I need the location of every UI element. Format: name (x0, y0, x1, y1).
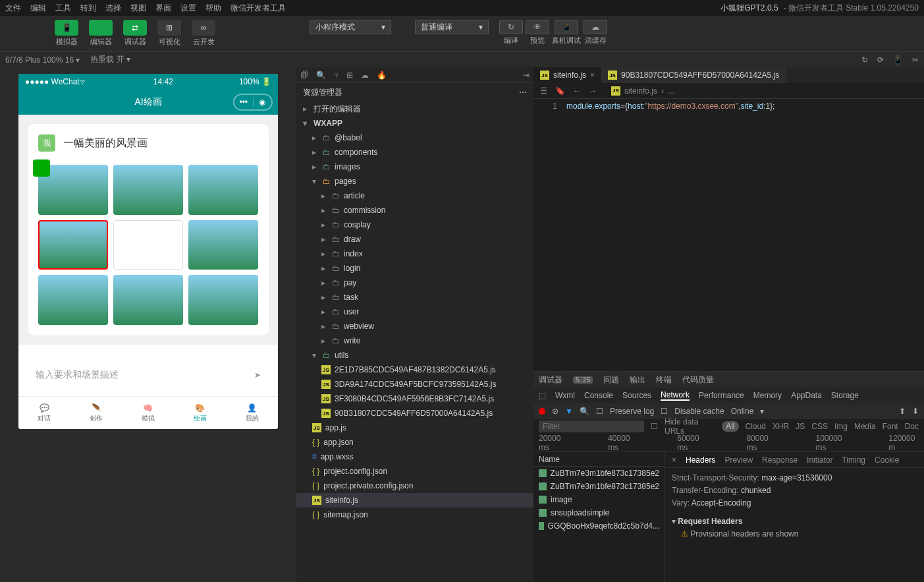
code-editor[interactable]: 1 module.exports={host:"https://demo3.cx… (533, 99, 924, 371)
devtools-tab[interactable]: Memory (753, 391, 782, 400)
files-icon[interactable]: 🗐 (300, 71, 308, 80)
menu-goto[interactable]: 转到 (80, 3, 96, 14)
more-icon[interactable]: ⋯ (519, 88, 527, 97)
toolbar-button[interactable]: 📱真机调试 (552, 20, 581, 45)
hot-reload[interactable]: 热重载 开 ▾ (90, 54, 130, 65)
detail-tab[interactable]: Preview (724, 455, 753, 465)
detail-tab[interactable]: Initiator (807, 455, 832, 465)
mode-dropdown[interactable]: 小程序模式▾ (310, 20, 391, 34)
fwd-icon[interactable]: → (589, 86, 597, 96)
rotate-icon[interactable]: ⟳ (877, 55, 884, 65)
send-icon[interactable]: ➤ (254, 370, 261, 380)
tree-item[interactable]: ▸🗀article (296, 189, 533, 203)
thumbnail[interactable] (113, 165, 183, 215)
devtools-tab[interactable]: AppData (791, 391, 822, 400)
search-icon[interactable]: 🔍 (316, 71, 326, 80)
request-item[interactable]: image (533, 493, 665, 506)
menu-edit[interactable]: 编辑 (30, 3, 46, 14)
record-icon[interactable] (539, 408, 545, 415)
devtools-tab[interactable]: Console (584, 391, 613, 400)
prompt-input[interactable]: 输入要求和场景描述 ➤ (28, 361, 269, 390)
tree-item[interactable]: JS90B31807CDC549AFF6D57000A64142A5.js (296, 406, 533, 421)
tree-item[interactable]: JS3DA9A174CDC549AF5BCFC973595142A5.js (296, 377, 533, 392)
devtools-tab[interactable]: Performance (699, 391, 744, 400)
thumbnail[interactable] (188, 220, 258, 270)
toolbar-button[interactable]: 📱模拟器 (51, 20, 82, 47)
detail-tab[interactable]: Headers (686, 455, 715, 465)
phone-tab[interactable]: 🎨绘画 (174, 397, 226, 429)
tree-item[interactable]: JSapp.js (296, 421, 533, 435)
devtools-tab[interactable]: Wxml (555, 391, 575, 400)
ext-icon[interactable]: ⊞ (346, 71, 353, 80)
thumbnail[interactable] (113, 275, 183, 325)
clear-icon[interactable]: ⊘ (552, 407, 558, 416)
detail-tab[interactable]: Response (762, 455, 798, 465)
menu-settings[interactable]: 设置 (180, 3, 196, 14)
request-item[interactable]: snsuploadsimple (533, 506, 665, 519)
phone-tab[interactable]: 🪶创作 (70, 397, 122, 429)
thumbnail[interactable] (188, 165, 258, 215)
menu-view[interactable]: 视图 (130, 3, 146, 14)
tree-item[interactable]: JSsiteinfo.js (296, 493, 533, 508)
tree-item[interactable]: ▸🗀images (296, 160, 533, 174)
branch-icon[interactable]: ⑂ (334, 71, 339, 80)
tree-item[interactable]: ▸🗀@babel (296, 131, 533, 145)
capsule-button[interactable]: ••• ◉ (233, 94, 273, 111)
toolbar-button[interactable]: ∞云开发 (188, 20, 219, 47)
toolbar-button[interactable]: 👁预览 (526, 20, 549, 45)
cut-icon[interactable]: ✂ (912, 55, 919, 65)
tree-item[interactable]: { }sitemap.json (296, 508, 533, 522)
menu-select[interactable]: 选择 (105, 3, 121, 14)
toolbar-button[interactable]: ⇄调试器 (120, 20, 150, 47)
phone-tab[interactable]: 🧠模拟 (122, 397, 175, 429)
inspect-icon[interactable]: ⬚ (539, 391, 546, 400)
request-item[interactable]: ZuBTm7e3m1bfe873c17385e2 (533, 467, 665, 480)
list-icon[interactable]: ☰ (540, 86, 547, 96)
thumbnail[interactable] (38, 275, 108, 325)
dbg-tab-debugger[interactable]: 调试器 (539, 374, 562, 386)
tree-item[interactable]: JS3F3080B4CDC549AF5956E8B3FC7142A5.js (296, 392, 533, 406)
request-item[interactable]: GGQBooHx9eqefc8d2c5b7d4... (533, 519, 665, 533)
back-icon[interactable]: ← (573, 86, 581, 96)
tree-item[interactable]: ▸🗀login (296, 261, 533, 276)
tree-item[interactable]: ▾🗀utils (296, 348, 533, 363)
tree-item[interactable]: JS2E1D7B85CDC549AF487B1382DC6142A5.js (296, 363, 533, 377)
detail-tab[interactable]: Cookie (875, 455, 899, 465)
request-item[interactable]: ZuBTm7e3m1bfe873c17385e2 (533, 480, 665, 493)
filter-input[interactable] (539, 421, 644, 432)
detail-tab[interactable]: Timing (842, 455, 865, 465)
phone-tab[interactable]: 👤我的 (226, 397, 278, 429)
refresh-icon[interactable]: ↻ (861, 55, 868, 65)
devtools-tab[interactable]: Sources (622, 391, 651, 400)
thumbnail[interactable] (188, 275, 258, 325)
phone-tab[interactable]: 💬对话 (18, 397, 70, 429)
devtools-tab[interactable]: Storage (831, 391, 859, 400)
tree-section[interactable]: ▸打开的编辑器 (296, 102, 533, 116)
device-selector[interactable]: 6/7/8 Plus 100% 16 ▾ (5, 55, 80, 65)
tree-item[interactable]: ▸🗀cosplay (296, 218, 533, 232)
tree-item[interactable]: ▸🗀webview (296, 319, 533, 334)
toolbar-button[interactable]: ↻编译 (499, 20, 523, 45)
tree-item[interactable]: ▸🗀components (296, 145, 533, 160)
search-icon[interactable]: 🔍 (580, 407, 589, 416)
editor-tab[interactable]: JS90B31807CDC549AFF6D57000A64142A5.js (601, 67, 786, 83)
menu-tools[interactable]: 工具 (55, 3, 71, 14)
tree-item[interactable]: ▸🗀index (296, 247, 533, 261)
compile-dropdown[interactable]: 普通编译▾ (415, 20, 489, 34)
menu-file[interactable]: 文件 (5, 3, 21, 14)
tree-item[interactable]: ▸🗀user (296, 305, 533, 319)
db-icon[interactable]: ☁ (361, 71, 369, 80)
toolbar-button[interactable]: 编辑器 (86, 20, 116, 47)
menu-help[interactable]: 帮助 (205, 3, 221, 14)
bookmark-icon[interactable]: 🔖 (555, 86, 565, 96)
close-icon[interactable]: × (672, 455, 676, 465)
devtools-tab[interactable]: Network (661, 390, 690, 401)
tree-item[interactable]: #app.wxss (296, 450, 533, 464)
menu-interface[interactable]: 界面 (155, 3, 171, 14)
tree-item[interactable]: ▸🗀commission (296, 203, 533, 218)
tree-item[interactable]: ▸🗀write (296, 334, 533, 348)
tree-item[interactable]: ▸🗀draw (296, 232, 533, 247)
tree-item[interactable]: ▸🗀task (296, 290, 533, 305)
tree-root[interactable]: ▾WXAPP (296, 116, 533, 131)
editor-tab[interactable]: JSsiteinfo.js× (533, 67, 601, 83)
